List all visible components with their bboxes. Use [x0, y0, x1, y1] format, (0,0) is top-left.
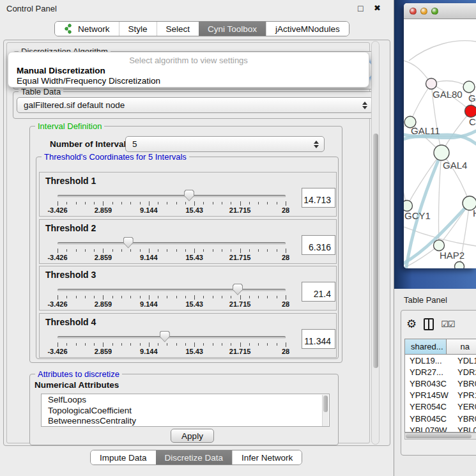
column-header-name[interactable]: na — [447, 339, 476, 355]
network-node[interactable] — [404, 201, 413, 211]
tab-discretize-data[interactable]: Discretize Data — [156, 450, 233, 464]
network-node[interactable] — [434, 145, 449, 160]
apply-button[interactable]: Apply — [171, 429, 214, 443]
threshold-slider-track[interactable] — [58, 336, 286, 339]
tab-style[interactable]: Style — [119, 22, 157, 36]
threshold-value-field[interactable] — [302, 188, 335, 208]
thresholds-group-title: Threshold's Coordinates for 5 Intervals — [42, 152, 189, 162]
close-traffic-light[interactable] — [410, 8, 417, 15]
threshold-value-field[interactable] — [302, 329, 335, 349]
table-data-combobox[interactable]: galFiltered.sif default node — [17, 97, 373, 113]
control-panel-titlebar: Control Panel □ ✖ — [0, 0, 394, 18]
slider-tick-label: 9.144 — [133, 348, 165, 355]
minimize-traffic-light[interactable] — [420, 8, 427, 15]
tab-jactivemnodules[interactable]: jActiveMNodules — [266, 22, 349, 36]
table-row[interactable]: YDR27...YDR2 — [405, 366, 476, 378]
main-scrollbar[interactable] — [371, 41, 380, 445]
network-node[interactable] — [463, 81, 475, 93]
slider-tick — [149, 249, 150, 253]
network-node[interactable] — [434, 240, 445, 251]
slider-tick — [76, 249, 77, 252]
threshold-slider-track[interactable] — [58, 289, 286, 291]
table-row[interactable]: YDL19...YDL1 — [405, 355, 476, 366]
slider-tick — [58, 342, 58, 347]
table-row[interactable]: YER054CYER0 — [405, 401, 476, 413]
threshold-value-field[interactable] — [302, 282, 335, 302]
table-row[interactable]: YBR043CYBR0 — [405, 378, 476, 389]
slider-tick — [167, 249, 167, 252]
tab-select[interactable]: Select — [157, 22, 199, 36]
attributes-scrollbar[interactable] — [322, 395, 328, 427]
network-node[interactable] — [426, 79, 437, 89]
slider-tick — [112, 343, 113, 346]
attributes-group-title: Attributes to discretize — [35, 369, 122, 379]
slider-tick — [194, 249, 195, 253]
main-scrollbar-thumb[interactable] — [373, 134, 378, 368]
tab-network[interactable]: Network — [55, 22, 119, 36]
num-intervals-spinner[interactable]: 5 — [125, 136, 325, 152]
network-icon — [64, 24, 73, 34]
table-horizontal-scrollbar[interactable] — [404, 433, 476, 440]
attribute-list-item[interactable]: BetweennessCentrality — [42, 415, 329, 426]
slider-tick — [176, 296, 177, 298]
slider-tick — [58, 295, 58, 300]
slider-tick — [149, 201, 150, 206]
slider-tick — [112, 249, 113, 252]
slider-tick — [176, 343, 177, 346]
network-canvas[interactable]: GAL80GACGAL11GAL4HGCY1HAP2 — [404, 19, 476, 268]
numerical-attributes-list[interactable]: SelfLoopsTopologicalCoefficientBetweenne… — [41, 394, 330, 427]
slider-tick — [267, 202, 268, 204]
slider-tick — [286, 249, 286, 253]
network-node[interactable] — [465, 105, 476, 118]
threshold-slider-thumb[interactable] — [184, 190, 194, 201]
slider-tick — [213, 249, 213, 252]
slider-tick — [185, 296, 186, 298]
threshold-slider-track[interactable] — [58, 195, 286, 197]
slider-tick — [231, 343, 231, 346]
dropdown-item-manual-discretization[interactable]: Manual Discretization — [17, 66, 105, 75]
algorithm-dropdown-popup: Select algorithm to view settings Manual… — [8, 52, 369, 88]
node-label: GA — [468, 93, 476, 104]
slider-tick — [185, 249, 186, 252]
close-icon[interactable]: ✖ — [374, 3, 381, 13]
table-data-title: Table Data — [19, 87, 63, 96]
column-header-shared[interactable]: shared... — [405, 339, 447, 355]
slider-tick — [167, 343, 167, 346]
slider-tick — [277, 202, 277, 204]
attribute-list-item[interactable]: TopologicalCoefficient — [42, 405, 329, 416]
slider-tick — [286, 201, 286, 206]
threshold-slider-thumb[interactable] — [233, 284, 243, 295]
slider-tick-label: 9.144 — [133, 206, 165, 214]
slider-tick — [203, 296, 204, 298]
table-row[interactable]: YBR045CYBR0 — [405, 413, 476, 424]
split-columns-icon[interactable] — [424, 318, 434, 330]
tab-cyni-toolbox[interactable]: Cyni Toolbox — [199, 22, 266, 36]
dropdown-item-equal-width-frequency[interactable]: Equal Width/Frequency Discretization — [17, 76, 160, 86]
threshold-slider-thumb[interactable] — [123, 237, 134, 249]
table-row[interactable]: YPR145WYPR1 — [405, 390, 476, 401]
threshold-value-field[interactable] — [302, 235, 335, 255]
attribute-list-item[interactable]: SelfLoops — [42, 394, 329, 405]
table-hscrollbar-thumb[interactable] — [406, 434, 472, 438]
slider-tick — [158, 249, 158, 252]
slider-tick-label: 28 — [270, 348, 302, 355]
slider-tick-label: 15.43 — [178, 254, 210, 261]
node-table[interactable]: shared... na YDL19...YDL1YDR27...YDR2YBR… — [404, 339, 476, 433]
threshold-slider-track[interactable] — [58, 242, 286, 245]
slider-tick-label: -3.426 — [42, 254, 73, 261]
zoom-traffic-light[interactable] — [431, 8, 438, 15]
attributes-scrollbar-thumb[interactable] — [323, 395, 328, 412]
threshold-slider-thumb[interactable] — [160, 331, 170, 342]
tab-impute-data[interactable]: Impute Data — [91, 450, 156, 464]
network-node[interactable] — [455, 262, 464, 269]
tab-infer-network[interactable]: Infer Network — [232, 450, 302, 464]
slider-tick — [240, 249, 241, 253]
float-window-icon[interactable]: □ — [358, 3, 363, 13]
slider-tick — [267, 343, 268, 346]
slider-tick-label: -3.426 — [42, 206, 73, 214]
slider-tick-label: 15.43 — [178, 348, 210, 355]
window-title: Control Panel — [6, 4, 57, 13]
checkbox-icon[interactable]: ☑☑ — [441, 319, 454, 329]
gear-icon[interactable]: ⚙ — [406, 318, 417, 330]
table-row[interactable]: YBL079WYBL0 — [405, 424, 476, 433]
